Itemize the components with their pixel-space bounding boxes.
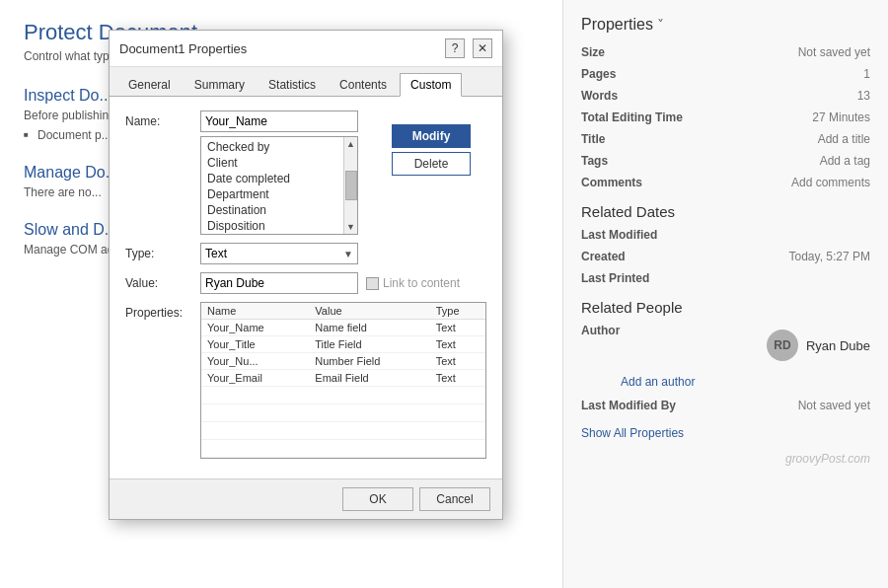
left-panel: Protect Document Control what types of c… xyxy=(0,0,562,588)
link-label: Link to content xyxy=(383,276,460,290)
related-dates-title: Related Dates xyxy=(581,203,870,220)
value-input[interactable] xyxy=(200,272,358,294)
dialog-title: Document1 Properties xyxy=(119,41,247,56)
dialog-titlebar: Document1 Properties ? ✕ xyxy=(110,31,502,67)
dialog-body: Name: Checked by Client Date completed D… xyxy=(110,97,502,478)
watermark: groovyPost.com xyxy=(581,452,870,466)
last-modified-by-label: Last Modified By xyxy=(581,399,676,412)
properties-row: Properties: Name Value Type Y xyxy=(125,302,486,459)
link-checkbox[interactable] xyxy=(366,277,379,290)
table-row-empty xyxy=(201,422,485,440)
dialog-footer: OK Cancel xyxy=(110,478,502,519)
right-property-row: TitleAdd a title xyxy=(581,132,870,146)
properties-table: Name Value Type Your_NameName fieldTextY… xyxy=(201,303,485,458)
show-all-properties-link[interactable]: Show All Properties xyxy=(581,426,870,440)
table-row-empty xyxy=(201,440,485,458)
avatar: RD xyxy=(767,330,798,361)
right-property-row: Total Editing Time27 Minutes xyxy=(581,110,870,124)
author-name: Ryan Dube xyxy=(806,338,870,353)
scrollbar-thumb[interactable] xyxy=(345,171,357,200)
tab-custom[interactable]: Custom xyxy=(400,73,462,97)
right-property-row: Words13 xyxy=(581,89,870,103)
table-row[interactable]: Your_Nu...Number FieldText xyxy=(201,353,485,370)
name-input[interactable] xyxy=(200,110,358,132)
tab-statistics[interactable]: Statistics xyxy=(258,73,327,96)
right-property-row: CommentsAdd comments xyxy=(581,176,870,189)
right-panel: Properties ˅ SizeNot saved yetPages1Word… xyxy=(562,0,888,588)
type-select[interactable]: Text ▼ xyxy=(200,243,358,264)
value-label: Value: xyxy=(125,272,192,290)
related-people-title: Related People xyxy=(581,299,870,316)
properties-table-container: Name Value Type Your_NameName fieldTextY… xyxy=(200,302,486,459)
last-modified-by-row: Last Modified By Not saved yet xyxy=(581,399,870,412)
list-item[interactable]: Date completed xyxy=(205,171,339,186)
last-modified-by-value: Not saved yet xyxy=(798,399,870,412)
action-buttons: Modify Delete xyxy=(392,124,471,176)
scrollbar-up[interactable]: ▲ xyxy=(346,139,355,149)
name-listbox[interactable]: Checked by Client Date completed Departm… xyxy=(200,136,358,235)
list-item[interactable]: Disposition xyxy=(205,218,339,234)
type-select-arrow: ▼ xyxy=(343,249,353,259)
properties-chevron[interactable]: ˅ xyxy=(657,17,664,33)
close-button[interactable]: ✕ xyxy=(473,38,492,58)
properties-header: Properties ˅ xyxy=(581,16,870,34)
dialog: Document1 Properties ? ✕ General Summary… xyxy=(109,30,503,520)
col-name: Name xyxy=(201,303,309,320)
table-row[interactable]: Your_EmailEmail FieldText xyxy=(201,370,485,387)
tab-general[interactable]: General xyxy=(117,73,182,96)
type-value: Text xyxy=(205,247,227,260)
list-item[interactable]: Department xyxy=(205,186,339,202)
properties-label: Properties: xyxy=(125,302,192,320)
author-info: RD Ryan Dube xyxy=(767,330,870,361)
right-property-row: TagsAdd a tag xyxy=(581,154,870,168)
dates-property-row: Last Modified xyxy=(581,228,870,242)
link-checkbox-row: Link to content xyxy=(366,272,460,290)
author-row: Author RD Ryan Dube xyxy=(581,324,870,367)
modify-button[interactable]: Modify xyxy=(392,124,471,148)
table-row-empty xyxy=(201,404,485,422)
cancel-button[interactable]: Cancel xyxy=(419,487,490,511)
list-item[interactable]: Client xyxy=(205,155,339,171)
type-label: Type: xyxy=(125,243,192,260)
type-row: Type: Text ▼ xyxy=(125,243,486,264)
list-item[interactable]: Destination xyxy=(205,202,339,218)
dialog-tabs: General Summary Statistics Contents Cust… xyxy=(110,67,502,97)
right-property-row: Pages1 xyxy=(581,67,870,81)
ok-button[interactable]: OK xyxy=(342,487,413,511)
value-row: Value: Link to content xyxy=(125,272,486,294)
col-value: Value xyxy=(309,303,429,320)
name-label: Name: xyxy=(125,110,192,128)
dates-property-row: CreatedToday, 5:27 PM xyxy=(581,250,870,263)
tab-contents[interactable]: Contents xyxy=(329,73,398,96)
dialog-title-controls: ? ✕ xyxy=(445,38,492,58)
tab-summary[interactable]: Summary xyxy=(184,73,256,96)
list-item[interactable]: Checked by xyxy=(205,139,339,155)
table-row-empty xyxy=(201,387,485,404)
dates-property-row: Last Printed xyxy=(581,271,870,285)
author-label: Author xyxy=(581,324,620,367)
table-row[interactable]: Your_TitleTitle FieldText xyxy=(201,336,485,353)
properties-header-text: Properties xyxy=(581,16,653,34)
scrollbar-down[interactable]: ▼ xyxy=(346,222,355,232)
add-author-link[interactable]: Add an author xyxy=(621,375,870,389)
col-type: Type xyxy=(430,303,485,320)
help-button[interactable]: ? xyxy=(445,38,465,58)
table-row[interactable]: Your_NameName fieldText xyxy=(201,320,485,336)
delete-button[interactable]: Delete xyxy=(392,152,471,176)
right-property-row: SizeNot saved yet xyxy=(581,45,870,59)
